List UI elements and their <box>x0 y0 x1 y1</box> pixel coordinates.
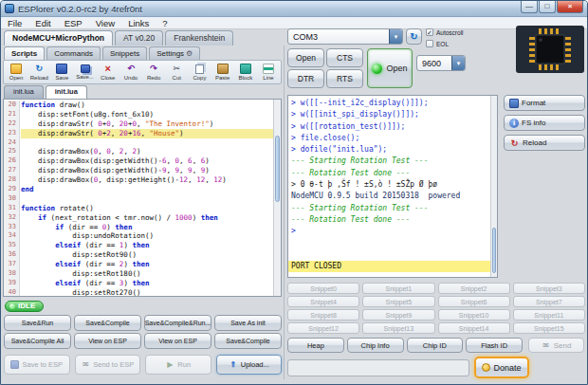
toolbar-line-button[interactable]: Line <box>257 62 280 82</box>
scrollbar-thumb[interactable] <box>275 136 280 202</box>
toolbar-close-button[interactable]: Close <box>97 62 119 82</box>
chip-id-button[interactable]: Chip ID <box>407 338 464 353</box>
toolbar-cut-button[interactable]: Cut <box>165 62 188 82</box>
toolbar-undo-button[interactable]: Undo <box>119 62 142 82</box>
title-bar[interactable]: ESPlorer v0.2.0-rc2 by 4refr0nt — □ × <box>1 1 587 17</box>
checkbox-eol[interactable]: EOL <box>426 39 464 48</box>
snippet7-button[interactable]: Snippet7 <box>513 296 585 307</box>
terminal-line: --- Starting Rotation Test --- <box>291 203 488 214</box>
chip-info-button[interactable]: Chip Info <box>347 338 404 353</box>
dtr-button[interactable]: DTR <box>287 69 324 88</box>
close-button[interactable]: × <box>557 1 583 13</box>
code-token: ) <box>106 223 115 231</box>
menu-edit[interactable]: Edit <box>28 17 57 29</box>
menu-esp[interactable]: ESP <box>58 17 89 29</box>
snippet14-button[interactable]: Snippet14 <box>438 322 510 334</box>
checkbox-autoscroll[interactable]: ✓Autoscroll <box>426 28 464 37</box>
snippet6-button[interactable]: Snippet6 <box>438 296 510 307</box>
snippet10-button[interactable]: Snippet10 <box>438 309 510 321</box>
save-compile-all-button[interactable]: Save&Compile All <box>4 333 71 349</box>
code-area[interactable]: function draw() disp:setFont(u8g.font_6x… <box>21 101 273 296</box>
upload-button[interactable]: Upload... <box>216 355 283 375</box>
snippet0-button[interactable]: Snippet0 <box>287 283 359 294</box>
serial-terminal[interactable]: > w([[--init_i2c_display()]]);> w([[init… <box>287 95 498 278</box>
snippet15-button[interactable]: Snippet15 <box>513 322 585 334</box>
close-file-icon <box>102 64 114 74</box>
tab-settings[interactable]: Settings⚙ <box>149 46 200 60</box>
menu-view[interactable]: View <box>89 17 121 29</box>
menu-links[interactable]: Links <box>121 17 156 29</box>
toolbar-reload-button[interactable]: Reload <box>28 62 50 82</box>
snippet9-button[interactable]: Snippet9 <box>362 309 434 321</box>
snippet12-button[interactable]: Snippet12 <box>287 322 359 334</box>
toolbar-redo-button[interactable]: Redo <box>142 62 165 82</box>
file-tab-1[interactable]: init.lua <box>46 85 87 99</box>
firmware-tab-frankenshtein[interactable]: Frankenshtein <box>165 30 233 46</box>
cts-button[interactable]: CTS <box>326 48 363 67</box>
menu-item[interactable]: ? <box>156 17 174 29</box>
toolbar-block-button[interactable]: Block <box>234 62 257 82</box>
code-token: , <box>167 166 175 174</box>
run-button[interactable]: Run <box>145 355 211 375</box>
view-on-esp-button[interactable]: View on ESP <box>74 333 141 349</box>
toolbar-copy-button[interactable]: Copy <box>188 62 211 82</box>
code-line: disp:drawBox(0, disp:getHeight()-12, 12,… <box>21 175 273 185</box>
view-on-esp-button[interactable]: View on ESP <box>144 333 211 349</box>
snippet5-button[interactable]: Snippet5 <box>362 296 434 307</box>
maximize-button[interactable]: □ <box>539 1 556 13</box>
fs-info-button[interactable]: FS info <box>504 115 585 131</box>
snippet4-button[interactable]: Snippet4 <box>287 296 359 307</box>
toolbar-save-button[interactable]: Save... <box>74 62 97 82</box>
tab-commands[interactable]: Commands <box>46 46 101 60</box>
line-number: 20 <box>4 101 19 110</box>
snippet1-button[interactable]: Snippet1 <box>362 283 434 294</box>
format-button[interactable]: Format <box>504 95 585 111</box>
snippet2-button[interactable]: Snippet2 <box>438 283 510 294</box>
terminal-scrollbar[interactable] <box>490 96 497 277</box>
refresh-ports-button[interactable]: ↻ <box>406 28 422 45</box>
tab-scripts[interactable]: Scripts <box>4 46 45 60</box>
firmware-tab-nodemcu-micropython[interactable]: NodeMCU+MicroPython <box>4 30 113 46</box>
toolbar-open-button[interactable]: Open <box>5 62 28 82</box>
code-line: elseif (dir == 3) then <box>21 279 273 288</box>
save-compile-button[interactable]: Save&Compile <box>214 333 282 349</box>
save-compile-run-button[interactable]: Save&Compile&Run... <box>144 315 211 331</box>
snippet11-button[interactable]: Snippet11 <box>513 309 585 321</box>
menu-file[interactable]: File <box>1 17 28 29</box>
reload-button[interactable]: Reload <box>504 135 585 151</box>
donate-button[interactable]: Donate <box>474 357 529 378</box>
open-port-button[interactable]: Open <box>287 48 324 67</box>
send-button[interactable]: Send <box>528 338 584 353</box>
code-token: end <box>21 185 34 193</box>
snippet13-button[interactable]: Snippet13 <box>362 322 434 334</box>
flash-id-button[interactable]: Flash ID <box>466 338 523 353</box>
save-run-button[interactable]: Save&Run <box>4 315 71 331</box>
firmware-tab-at-v0-20[interactable]: AT v0.20 <box>115 30 163 46</box>
toolbar-paste-button[interactable]: Paste <box>211 62 234 82</box>
tab-snippets[interactable]: Snippets <box>102 46 147 60</box>
send-to-esp-button[interactable]: Send to ESP <box>75 355 141 375</box>
heap-button[interactable]: Heap <box>287 338 344 353</box>
terminal-line: > <box>291 226 488 237</box>
port-open-toggle[interactable]: Open <box>367 48 413 88</box>
save-compile-button[interactable]: Save&Compile <box>74 315 141 331</box>
baud-rate-select[interactable]: 9600 ▼ <box>416 55 466 71</box>
code-token: "House" <box>149 129 179 138</box>
window-title: ESPlorer v0.2.0-rc2 by 4refr0nt <box>18 4 142 14</box>
command-input[interactable] <box>287 359 469 376</box>
code-line: elseif (dir == 2) then <box>21 260 273 269</box>
file-tab-0[interactable]: init.lua <box>4 85 44 99</box>
line-number: 24 <box>4 138 19 148</box>
code-token: disp:setFont(u8g.font_6x10) <box>21 110 154 119</box>
rts-button[interactable]: RTS <box>326 69 363 88</box>
snippet8-button[interactable]: Snippet8 <box>287 309 359 321</box>
save-to-esp-button[interactable]: Save to ESP <box>4 355 70 375</box>
snippet3-button[interactable]: Snippet3 <box>513 283 585 294</box>
save-as-init-button[interactable]: Save As init <box>214 315 282 331</box>
code-editor[interactable]: 2021222324252627282930313233343536373839… <box>3 99 282 297</box>
scrollbar-thumb[interactable] <box>492 228 496 273</box>
editor-scrollbar[interactable] <box>273 100 281 296</box>
toolbar-save-button[interactable]: Save <box>50 62 73 82</box>
minimize-button[interactable]: — <box>521 1 538 13</box>
serial-port-select[interactable]: COM3 ▼ <box>287 28 403 45</box>
